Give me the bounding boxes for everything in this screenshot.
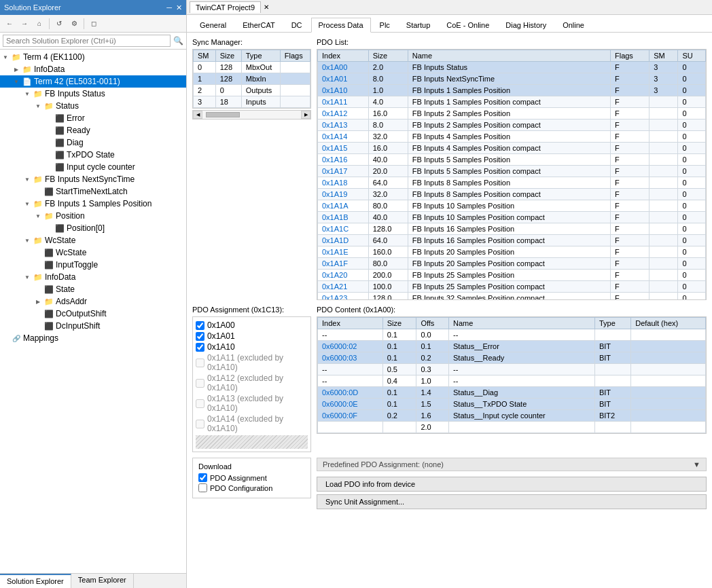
pdo-checkbox[interactable] [196, 332, 204, 341]
tree-item-mappings[interactable]: 🔗 Mappings [0, 332, 186, 344]
tree-item-state[interactable]: ⬛ State [0, 283, 186, 295]
pdo-checkbox[interactable] [196, 343, 204, 352]
forward-button[interactable]: → [18, 17, 31, 31]
predefined-dropdown-icon[interactable]: ▼ [693, 460, 700, 468]
doc-tab[interactable]: TwinCAT Project9 [190, 1, 261, 13]
tree-item-dcinputshift[interactable]: ⬛ DcInputShift [0, 320, 186, 332]
expand-icon[interactable]: ▼ [22, 235, 33, 246]
table-row[interactable]: 0x1A1216.0FB Inputs 2 Samples PositionF0 [318, 108, 706, 120]
tree-item-adsaddr[interactable]: ▶ 📁 AdsAddr [0, 295, 186, 308]
expand-icon[interactable]: ▼ [22, 174, 33, 185]
expand-icon[interactable]: ▼ [22, 272, 33, 282]
table-row[interactable]: 0x1A1D64.0FB Inputs 16 Samples Position … [318, 235, 706, 246]
pdo-assignment-checkbox[interactable] [198, 473, 207, 482]
tab-plc[interactable]: Plc [372, 18, 397, 32]
tab-startup[interactable]: Startup [399, 18, 438, 32]
table-row[interactable]: 0x1A1F80.0FB Inputs 20 Samples Position … [318, 258, 706, 270]
tree-item-dcoutputshift[interactable]: ⬛ DcOutputShift [0, 308, 186, 320]
table-row[interactable]: 0x1A1864.0FB Inputs 8 Samples PositionF0 [318, 177, 706, 189]
table-row[interactable]: 0x6000:030.10.2Status__ReadyBIT [318, 352, 706, 364]
search-icon[interactable]: 🔍 [173, 36, 183, 45]
table-row[interactable]: 2.0 [318, 422, 706, 433]
table-row[interactable]: 0x1A1932.0FB Inputs 8 Samples Position c… [318, 189, 706, 200]
expand-icon[interactable]: ▼ [33, 100, 43, 111]
predefined-bar[interactable]: Predefined PDO Assignment: (none) ▼ [317, 458, 707, 471]
close-icon[interactable]: ✕ [176, 3, 182, 12]
tree-item-fbinputs[interactable]: ▼ 📁 FB Inputs Status [0, 88, 186, 100]
pdo-checkbox[interactable] [196, 321, 204, 330]
tab-process-data[interactable]: Process Data [311, 18, 371, 33]
expand-icon[interactable]: ▼ [0, 52, 11, 62]
home-button[interactable]: ⌂ [33, 17, 46, 31]
table-row[interactable]: 0x1A23128.0FB Inputs 32 Samples Position… [318, 293, 706, 301]
expand-icon[interactable]: ▶ [11, 64, 22, 75]
scroll-right[interactable]: ▶ [301, 111, 310, 119]
expand-icon[interactable]: ▼ [11, 76, 22, 87]
tree-item-term4[interactable]: ▼ 📁 Term 4 (EK1100) [0, 51, 186, 63]
table-row[interactable]: 0x1A1516.0FB Inputs 4 Samples Position c… [318, 143, 706, 154]
tree-item-infodata2[interactable]: ▼ 📁 InfoData [0, 271, 186, 283]
settings-button[interactable]: ⚙ [67, 17, 81, 31]
close-doc-button[interactable]: ✕ [264, 3, 269, 11]
table-row[interactable]: 0x1A002.0FB Inputs StatusF30 [318, 62, 706, 73]
table-row[interactable]: 0x1A101.0FB Inputs 1 Samples PositionF30 [318, 85, 706, 96]
new-solution-button[interactable]: ◻ [87, 17, 101, 31]
expand-icon[interactable]: ▼ [22, 88, 33, 99]
scroll-thumb[interactable] [206, 112, 240, 117]
table-row[interactable]: 0x1A21100.0FB Inputs 25 Samples Position… [318, 281, 706, 293]
tree-item-position0[interactable]: ⬛ Position[0] [0, 222, 186, 234]
load-pdo-button[interactable]: Load PDO info from device [317, 477, 707, 492]
tab-online[interactable]: Online [555, 18, 592, 32]
tree-item-wcstate[interactable]: ▼ 📁 WcState [0, 234, 186, 246]
tree-item-fbinputs2[interactable]: ▼ 📁 FB Inputs NextSyncTime [0, 173, 186, 185]
tree-item-inputtoggle[interactable]: ⬛ InputToggle [0, 259, 186, 271]
table-row[interactable]: 0x1A1B40.0FB Inputs 10 Samples Position … [318, 212, 706, 223]
tree-item-term42[interactable]: ▼ 📄 Term 42 (EL5031-0011) [0, 75, 186, 88]
table-row[interactable]: 1128MbxIn [194, 73, 310, 85]
search-input[interactable] [3, 35, 171, 47]
tree-item-inputcycle[interactable]: ⬛ Input cycle counter [0, 161, 186, 173]
table-row[interactable]: 0x1A1432.0FB Inputs 4 Samples PositionF0 [318, 131, 706, 143]
tab-solution-explorer[interactable]: Solution Explorer [0, 574, 71, 588]
tab-diag-history[interactable]: Diag History [498, 18, 554, 32]
tab-team-explorer[interactable]: Team Explorer [71, 574, 134, 588]
table-row[interactable]: 0x1A018.0FB Inputs NextSyncTimeF30 [318, 73, 706, 85]
table-row[interactable]: 20Outputs [194, 85, 310, 96]
table-row[interactable]: 0x1A1C128.0FB Inputs 16 Samples Position… [318, 223, 706, 235]
pin-icon[interactable]: ─ [166, 3, 172, 12]
tree-item-ready[interactable]: ⬛ Ready [0, 124, 186, 136]
table-row[interactable]: --0.41.0-- [318, 375, 706, 387]
table-row[interactable]: 0x1A114.0FB Inputs 1 Samples Position co… [318, 96, 706, 108]
table-row[interactable]: 0x1A1640.0FB Inputs 5 Samples PositionF0 [318, 154, 706, 166]
scroll-left[interactable]: ◀ [193, 111, 202, 119]
tree-item-fbinputs3[interactable]: ▼ 📁 FB Inputs 1 Samples Position [0, 198, 186, 210]
tree-item-wcstate2[interactable]: ⬛ WcState [0, 246, 186, 259]
tab-general[interactable]: General [192, 18, 234, 32]
table-row[interactable]: 0x6000:0F0.21.6Status__Input cycle count… [318, 410, 706, 422]
tree-item-diag[interactable]: ⬛ Diag [0, 136, 186, 149]
expand-icon[interactable]: ▼ [33, 210, 43, 221]
tab-coe-online[interactable]: CoE - Online [439, 18, 497, 32]
tab-dc[interactable]: DC [284, 18, 310, 32]
expand-icon[interactable]: ▶ [33, 296, 43, 307]
table-row[interactable]: 0x6000:020.10.1Status__ErrorBIT [318, 341, 706, 352]
table-row[interactable]: 0128MbxOut [194, 62, 310, 73]
tree-item-error[interactable]: ⬛ Error [0, 112, 186, 124]
tree-item-starttime[interactable]: ⬛ StartTimeNextLatch [0, 185, 186, 198]
expand-icon[interactable]: ▼ [22, 198, 33, 209]
table-row[interactable]: 0x6000:0D0.11.4Status__DiagBIT [318, 387, 706, 399]
table-row[interactable]: 0x1A1720.0FB Inputs 5 Samples Position c… [318, 166, 706, 177]
table-row[interactable]: 0x1A20200.0FB Inputs 25 Samples Position… [318, 270, 706, 281]
tab-ethercat[interactable]: EtherCAT [235, 18, 282, 32]
tree-item-status[interactable]: ▼ 📁 Status [0, 100, 186, 112]
table-row[interactable]: 0x1A1A80.0FB Inputs 10 Samples PositionF… [318, 200, 706, 212]
pdo-configuration-checkbox[interactable] [198, 483, 207, 492]
pdo-checkbox[interactable] [196, 452, 204, 453]
pdo-item[interactable]: 0x1A00 [193, 320, 310, 331]
pdo-item[interactable]: 0x1A01 [193, 331, 310, 342]
scroll-bar[interactable]: ◀ ▶ [192, 110, 311, 120]
table-row[interactable]: --0.50.3-- [318, 364, 706, 375]
tree-item-txpdo[interactable]: ⬛ TxPDO State [0, 149, 186, 161]
pdo-item[interactable]: 0x1A15 [193, 450, 310, 452]
tree-item-position[interactable]: ▼ 📁 Position [0, 210, 186, 222]
